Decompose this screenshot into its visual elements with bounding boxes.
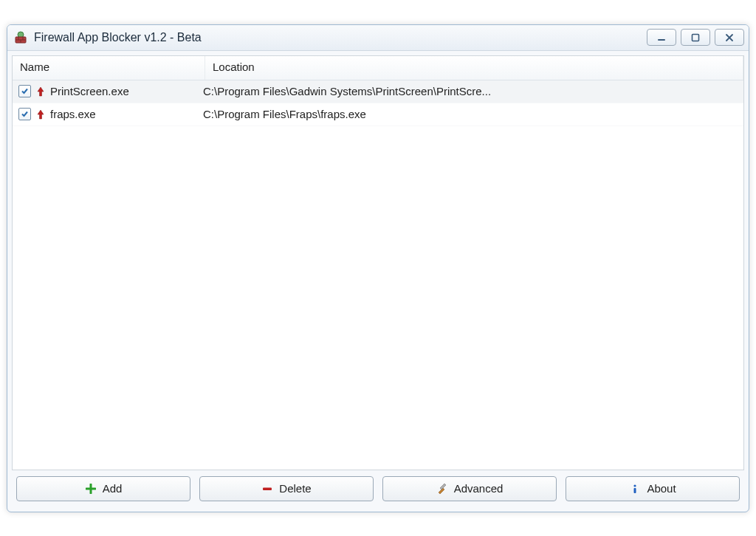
info-icon	[629, 483, 641, 495]
cell-name: PrintScreen.exe	[13, 85, 196, 97]
titlebar: Firewall App Blocker v1.2 - Beta	[7, 25, 749, 51]
arrow-up-icon	[35, 86, 46, 97]
window-controls	[647, 29, 744, 46]
window-title: Firewall App Blocker v1.2 - Beta	[34, 31, 647, 44]
about-button-label: About	[647, 482, 676, 495]
minus-icon	[261, 483, 273, 495]
maximize-button[interactable]	[681, 29, 710, 46]
close-button[interactable]	[715, 29, 744, 46]
arrow-up-icon	[35, 109, 46, 120]
cell-name: fraps.exe	[13, 108, 196, 120]
svg-rect-6	[658, 39, 665, 41]
delete-button[interactable]: Delete	[199, 476, 374, 501]
svg-rect-8	[263, 487, 272, 490]
plus-icon	[85, 483, 97, 495]
app-icon	[13, 30, 28, 45]
toolbar: Add Delete Advanced	[12, 470, 744, 507]
row-name-label: PrintScreen.exe	[50, 85, 129, 97]
delete-button-label: Delete	[279, 482, 311, 495]
list-row[interactable]: PrintScreen.exeC:\Program Files\Gadwin S…	[13, 80, 743, 103]
row-name-label: fraps.exe	[50, 108, 96, 120]
about-button[interactable]: About	[566, 476, 740, 501]
minimize-button[interactable]	[647, 29, 676, 46]
row-checkbox[interactable]	[18, 85, 31, 97]
advanced-button-label: Advanced	[454, 482, 504, 495]
app-list[interactable]: Name Location PrintScreen.exeC:\Program …	[12, 55, 744, 470]
add-button[interactable]: Add	[16, 476, 190, 501]
add-button-label: Add	[103, 482, 123, 495]
row-checkbox[interactable]	[18, 108, 31, 120]
svg-rect-10	[634, 488, 636, 493]
list-row[interactable]: fraps.exeC:\Program Files\Fraps\fraps.ex…	[13, 103, 743, 126]
column-header-name[interactable]: Name	[13, 56, 205, 80]
column-header-location[interactable]: Location	[205, 56, 743, 80]
tools-icon	[436, 483, 448, 495]
advanced-button[interactable]: Advanced	[382, 476, 557, 501]
app-window: Firewall App Blocker v1.2 - Beta Name Lo…	[7, 24, 749, 512]
client-area: Name Location PrintScreen.exeC:\Program …	[7, 51, 749, 512]
svg-rect-7	[693, 34, 699, 41]
row-location-label: C:\Program Files\Fraps\fraps.exe	[196, 108, 743, 120]
row-location-label: C:\Program Files\Gadwin Systems\PrintScr…	[196, 85, 743, 97]
svg-point-9	[634, 484, 636, 487]
list-header: Name Location	[13, 56, 743, 80]
